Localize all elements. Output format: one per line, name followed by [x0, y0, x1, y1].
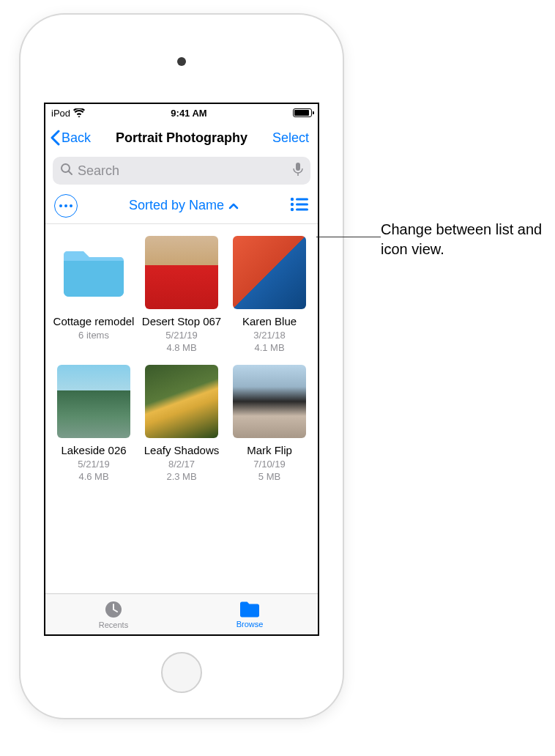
thumbnail: [233, 236, 306, 309]
screen: iPod 9:41 AM Back Portrait Photography S…: [44, 103, 319, 636]
back-label: Back: [62, 130, 91, 146]
device-inner: iPod 9:41 AM Back Portrait Photography S…: [29, 23, 334, 709]
callout-line: [316, 237, 381, 237]
item-name: Mark Flip: [247, 444, 292, 457]
back-button[interactable]: Back: [50, 130, 91, 146]
search-input[interactable]: [78, 163, 288, 179]
svg-point-7: [291, 197, 294, 200]
page-title: Portrait Photography: [116, 130, 247, 146]
search-bar[interactable]: [53, 157, 310, 185]
tab-label: Browse: [236, 620, 264, 629]
home-button[interactable]: [161, 652, 202, 693]
toolbar: Sorted by Name: [45, 188, 318, 224]
svg-point-5: [64, 204, 67, 207]
battery-fill: [294, 110, 309, 116]
svg-point-9: [291, 202, 294, 205]
folder-icon: [239, 600, 261, 619]
select-button[interactable]: Select: [272, 130, 313, 146]
item-meta: 5/21/19 4.6 MB: [78, 459, 109, 483]
nav-bar: Back Portrait Photography Select: [45, 122, 318, 154]
mic-icon[interactable]: [293, 162, 303, 179]
sort-label: Sorted by Name: [129, 198, 224, 213]
device-frame: iPod 9:41 AM Back Portrait Photography S…: [21, 15, 343, 718]
ellipsis-icon: [59, 204, 72, 207]
callout-text: Change between list and icon view.: [381, 220, 549, 259]
thumbnail: [145, 365, 218, 438]
list-icon: [290, 197, 309, 212]
svg-rect-2: [296, 163, 300, 171]
clock-icon: [103, 599, 124, 620]
item-meta: 3/21/18 4.1 MB: [253, 330, 285, 355]
front-camera: [177, 57, 186, 66]
tab-recents[interactable]: Recents: [45, 594, 182, 634]
thumbnail: [57, 365, 130, 438]
file-grid: Cottage remodel 6 items Desert Stop 067 …: [53, 236, 310, 483]
item-name: Desert Stop 067: [142, 315, 221, 328]
status-time: 9:41 AM: [171, 108, 206, 119]
chevron-left-icon: [50, 130, 60, 146]
svg-point-11: [291, 207, 294, 210]
grid-item[interactable]: Mark Flip 7/10/19 5 MB: [228, 365, 310, 483]
content-area[interactable]: Cottage remodel 6 items Desert Stop 067 …: [45, 224, 318, 593]
status-left: iPod: [51, 108, 85, 119]
chevron-up-icon: [228, 202, 239, 210]
list-view-button[interactable]: [290, 197, 309, 215]
thumbnail: [233, 365, 306, 438]
wifi-icon: [73, 108, 85, 117]
svg-point-4: [59, 204, 62, 207]
item-meta: 6 items: [78, 330, 109, 342]
grid-item[interactable]: Lakeside 026 5/21/19 4.6 MB: [53, 365, 135, 483]
item-meta: 8/2/17 2.3 MB: [166, 459, 196, 483]
tab-label: Recents: [99, 620, 128, 629]
more-button[interactable]: [54, 194, 78, 218]
grid-item[interactable]: Desert Stop 067 5/21/19 4.8 MB: [141, 236, 223, 355]
battery-icon: [293, 108, 312, 117]
folder-icon: [57, 236, 130, 309]
item-meta: 7/10/19 5 MB: [253, 459, 285, 483]
tab-browse[interactable]: Browse: [182, 594, 318, 634]
item-name: Karen Blue: [242, 315, 297, 328]
thumbnail: [145, 236, 218, 309]
svg-rect-12: [296, 208, 308, 210]
svg-rect-10: [296, 203, 308, 205]
device-label: iPod: [51, 108, 70, 119]
sort-button[interactable]: Sorted by Name: [129, 198, 239, 213]
search-icon: [60, 163, 73, 179]
item-name: Lakeside 026: [61, 444, 126, 457]
svg-line-1: [69, 171, 72, 174]
item-name: Cottage remodel: [53, 315, 135, 328]
item-name: Leafy Shadows: [144, 444, 220, 457]
item-meta: 5/21/19 4.8 MB: [165, 330, 197, 355]
svg-rect-8: [296, 198, 308, 200]
tab-bar: Recents Browse: [45, 593, 318, 634]
svg-point-6: [70, 204, 72, 207]
grid-item[interactable]: Karen Blue 3/21/18 4.1 MB: [228, 236, 310, 355]
grid-item[interactable]: Leafy Shadows 8/2/17 2.3 MB: [141, 365, 223, 483]
grid-item-folder[interactable]: Cottage remodel 6 items: [53, 236, 135, 355]
status-bar: iPod 9:41 AM: [45, 104, 318, 122]
